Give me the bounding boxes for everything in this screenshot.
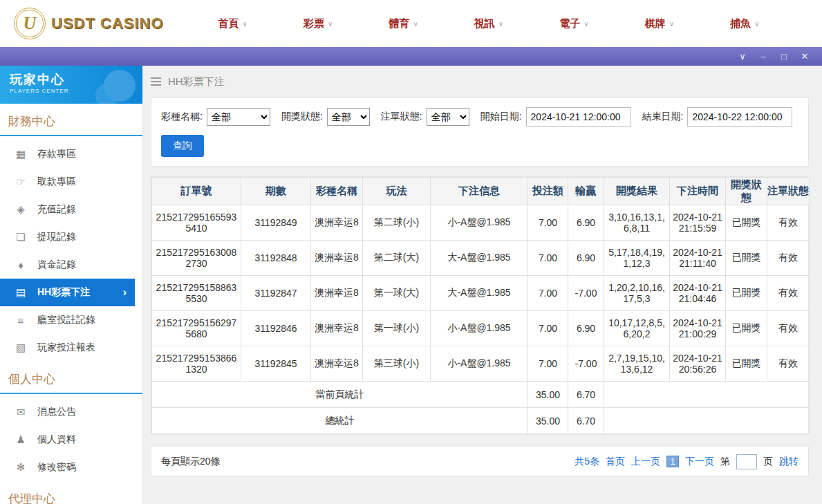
search-button[interactable]: 查詢 bbox=[161, 135, 204, 157]
pager-controls: 共5条 首页 上一页 1 下一页 第 页 跳转 bbox=[575, 454, 798, 469]
sidebar-subtitle: PLAYERS CENTER bbox=[10, 88, 142, 94]
draw-status-select[interactable]: 全部 bbox=[327, 108, 370, 126]
start-date-input[interactable] bbox=[526, 107, 631, 127]
nav-item-label: 捕魚 bbox=[730, 17, 751, 30]
sidebar-item-消息公告[interactable]: ✉消息公告 bbox=[0, 398, 142, 426]
lottery-name-label: 彩種名稱: bbox=[161, 111, 203, 123]
table-header-row: 訂單號期數彩種名稱玩法下注信息投注額輸贏開獎結果下注時間開獎狀態注單狀態 bbox=[152, 178, 810, 205]
page-jump-prefix: 第 bbox=[720, 456, 730, 468]
table-cell: 31192847 bbox=[241, 276, 311, 311]
sidebar-item-資金記錄[interactable]: ♦資金記錄 bbox=[0, 251, 142, 279]
column-header: 期數 bbox=[241, 178, 311, 205]
table-cell: 3,10,16,13,1,6,8,11 bbox=[604, 205, 670, 241]
nav-item-5[interactable]: 電子∨ bbox=[559, 17, 588, 30]
nav-item-6[interactable]: 棋牌∨ bbox=[645, 17, 674, 30]
prev-page-link[interactable]: 上一页 bbox=[631, 456, 660, 468]
table-cell: 澳洲幸运8 bbox=[311, 311, 363, 346]
sidebar-item-label: 資金記錄 bbox=[37, 259, 76, 271]
nav-item-4[interactable]: 視訊∨ bbox=[474, 17, 503, 30]
table-cell: 第二球(大) bbox=[363, 241, 431, 276]
column-header: 開獎結果 bbox=[604, 178, 670, 205]
minimize-icon[interactable]: – bbox=[753, 47, 774, 66]
table-cell: 小-A盤@1.985 bbox=[431, 311, 528, 346]
table-cell: 2152172951630082730 bbox=[152, 241, 241, 276]
chevron-down-icon: ∨ bbox=[669, 20, 674, 28]
table-cell: 2152172951655935410 bbox=[152, 205, 241, 241]
nav-item-1[interactable]: 首頁∨ bbox=[218, 17, 247, 30]
sidebar-item-修改密碼[interactable]: ✻修改密碼 bbox=[0, 454, 142, 481]
order-status-select[interactable]: 全部 bbox=[427, 108, 469, 126]
table-cell: 有效 bbox=[767, 205, 810, 241]
logo-coin-icon: U bbox=[14, 8, 46, 39]
end-date-input[interactable] bbox=[687, 107, 792, 127]
table-cell: 6.90 bbox=[568, 205, 604, 241]
column-header: 開獎狀態 bbox=[726, 178, 767, 205]
announcement-bell-icon: ✉ bbox=[15, 406, 26, 418]
chevron-right-icon: › bbox=[123, 286, 127, 299]
close-icon[interactable]: ✕ bbox=[794, 47, 815, 66]
sidebar-section-title: 個人中心 bbox=[0, 362, 142, 394]
table-cell: 5,17,18,4,19,1,12,3 bbox=[604, 241, 670, 276]
table-cell: 澳洲幸运8 bbox=[311, 205, 363, 241]
sidebar-item-label: HH彩票下注 bbox=[37, 286, 90, 299]
sidebar-item-label: 存款專區 bbox=[37, 148, 76, 160]
table-cell: 第三球(小) bbox=[363, 346, 431, 382]
table-cell: 7.00 bbox=[528, 346, 568, 382]
chevron-down-icon: ∨ bbox=[328, 20, 333, 28]
page-jump-input[interactable] bbox=[736, 454, 757, 469]
sidebar-item-個人資料[interactable]: ♟個人資料 bbox=[0, 426, 142, 454]
next-page-link[interactable]: 下一页 bbox=[685, 456, 714, 468]
table-cell: 6.90 bbox=[568, 311, 604, 346]
summary-empty bbox=[604, 382, 810, 408]
table-cell: 1,20,2,10,16,17,5,3 bbox=[604, 276, 670, 311]
deposit-icon: ▦ bbox=[15, 148, 26, 160]
sidebar-item-存款專區[interactable]: ▦存款專區 bbox=[0, 140, 142, 168]
table-cell: 已開獎 bbox=[726, 205, 767, 241]
nav-item-label: 彩票 bbox=[303, 17, 324, 30]
main-layout: 玩家中心 PLAYERS CENTER 財務中心▦存款專區☞取款專區◈充值記錄❏… bbox=[0, 66, 822, 504]
sidebar-item-充值記錄[interactable]: ◈充值記錄 bbox=[0, 196, 142, 223]
table-cell: 已開獎 bbox=[726, 346, 767, 382]
table-cell: 有效 bbox=[767, 311, 810, 346]
sidebar-title: 玩家中心 bbox=[10, 71, 142, 88]
jump-button[interactable]: 跳转 bbox=[779, 456, 798, 468]
profile-person-icon: ♟ bbox=[15, 433, 26, 446]
table-cell: 2152172951588635530 bbox=[152, 276, 241, 311]
sidebar-item-HH彩票下注[interactable]: ▤HH彩票下注› bbox=[0, 279, 135, 306]
column-header: 玩法 bbox=[363, 178, 431, 205]
nav-item-label: 棋牌 bbox=[645, 17, 666, 30]
table-cell: 澳洲幸运8 bbox=[311, 276, 363, 311]
filter-panel: 彩種名稱: 全部 開獎狀態: 全部 注單狀態: 全部 開始日期: 結束日期: bbox=[151, 97, 809, 167]
nav-item-3[interactable]: 體育∨ bbox=[389, 17, 418, 30]
sidebar-item-玩家投注報表[interactable]: ▧玩家投注報表 bbox=[0, 334, 142, 362]
sidebar-item-label: 個人資料 bbox=[37, 433, 76, 446]
chevron-down-icon: ∨ bbox=[498, 20, 503, 28]
table-cell: 2152172951562975680 bbox=[152, 311, 241, 346]
logo[interactable]: U USDT CASINO bbox=[14, 8, 183, 39]
collapse-icon[interactable]: ∨ bbox=[732, 47, 753, 66]
top-header: U USDT CASINO 首頁∨彩票∨體育∨視訊∨電子∨棋牌∨捕魚∨ bbox=[0, 0, 822, 47]
table-cell: 有效 bbox=[767, 276, 810, 311]
table-cell: 小-A盤@1.985 bbox=[431, 205, 528, 241]
table-cell: 31192848 bbox=[241, 241, 311, 276]
first-page-link[interactable]: 首页 bbox=[606, 456, 625, 468]
nav-item-7[interactable]: 捕魚∨ bbox=[730, 17, 759, 30]
table-cell: 已開獎 bbox=[726, 276, 767, 311]
page-size-text: 每頁顯示20條 bbox=[161, 456, 221, 468]
sidebar-item-提現記錄[interactable]: ❏提現記錄 bbox=[0, 223, 142, 251]
sidebar-item-label: 取款專區 bbox=[37, 176, 76, 188]
lottery-name-select[interactable]: 全部 bbox=[207, 108, 270, 126]
sidebar-section-title: 代理中心 bbox=[0, 481, 142, 504]
sidebar-item-取款專區[interactable]: ☞取款專區 bbox=[0, 168, 142, 196]
cashout-record-icon: ❏ bbox=[15, 231, 26, 243]
table-row: 215217295158863553031192847澳洲幸运8第一球(大)大-… bbox=[152, 276, 810, 311]
chevron-down-icon: ∨ bbox=[754, 20, 759, 28]
sidebar-item-廳室投註記錄[interactable]: ≡廳室投註記錄 bbox=[0, 306, 142, 334]
summary-empty bbox=[604, 408, 810, 434]
maximize-icon[interactable]: □ bbox=[774, 47, 794, 66]
table-cell: 大-A盤@1.985 bbox=[431, 276, 528, 311]
page-jump-suffix: 页 bbox=[763, 456, 773, 468]
nav-item-2[interactable]: 彩票∨ bbox=[303, 17, 333, 30]
hamburger-menu-icon[interactable] bbox=[151, 81, 161, 82]
table-cell: 第一球(大) bbox=[363, 276, 431, 311]
